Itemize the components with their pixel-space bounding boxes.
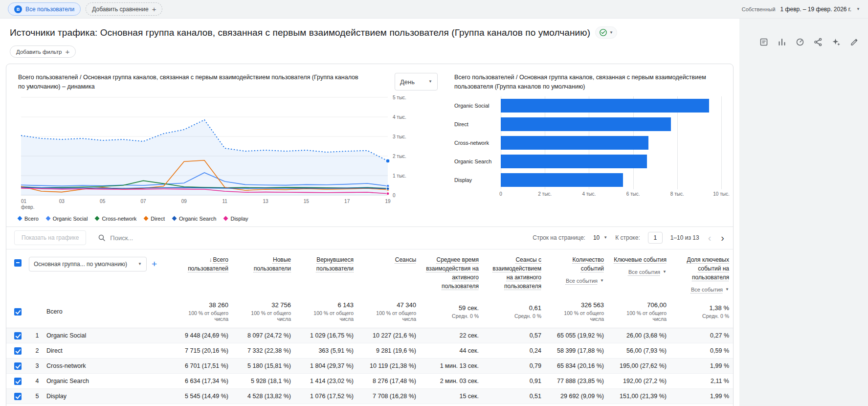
series-marker-icon (45, 216, 50, 221)
table-row[interactable]: 6Paid Search934 (2,44 %)778 (2,38 %)256 … (6, 404, 733, 406)
bar-category-label: Organic Social (454, 96, 501, 115)
table-row[interactable]: 2Direct7 715 (20,16 %)7 332 (22,38 %)363… (6, 343, 733, 359)
speedometer-icon[interactable] (795, 37, 805, 47)
column-header-6[interactable]: Сеансы с взаимодействием на активного по… (483, 255, 545, 291)
legend-label: Organic Social (53, 216, 88, 222)
bar[interactable] (501, 117, 671, 131)
bar[interactable] (501, 173, 623, 187)
metric-cell: 0,24 (483, 347, 545, 354)
events-filter-dropdown[interactable]: Все события▼ (674, 286, 729, 294)
svg-text:19: 19 (385, 199, 391, 204)
table-search[interactable]: Поиск... (98, 234, 133, 242)
bar[interactable] (501, 99, 709, 113)
metric-cell: 0,79 (483, 362, 545, 369)
svg-text:февр.: февр. (21, 204, 34, 210)
report-status-badge[interactable]: ▼ (595, 26, 617, 39)
note-icon[interactable] (759, 37, 769, 47)
legend-item[interactable]: Display (224, 216, 248, 222)
table-row[interactable]: 3Cross-network6 701 (17,51 %)5 180 (15,8… (6, 359, 733, 374)
go-to-row-input[interactable]: 1 (648, 232, 663, 244)
table-row[interactable]: 4Organic Search6 634 (17,34 %)5 928 (18,… (6, 374, 733, 389)
svg-text:03: 03 (59, 199, 65, 204)
column-header-9[interactable]: Доля ключевых событий на пользователяВсе… (670, 255, 733, 294)
row-checkbox[interactable] (14, 378, 22, 385)
row-index: 5 (29, 393, 45, 400)
table-row[interactable]: 5Display5 545 (14,49 %)4 528 (13,82 %)1 … (6, 389, 733, 404)
line-chart-canvas[interactable]: 01 тыс.2 тыс.3 тыс.4 тыс.5 тыс.01февр.03… (18, 91, 424, 212)
legend-item[interactable]: Organic Search (173, 216, 216, 222)
legend-item[interactable]: Всего (18, 216, 39, 222)
share-icon[interactable] (813, 37, 823, 47)
series-marker-icon (172, 216, 177, 221)
rows-per-page-label: Строк на странице: (533, 234, 585, 241)
metric-cell: 1 414 (23,02 %) (295, 378, 357, 384)
legend-item[interactable]: Direct (144, 216, 165, 222)
search-icon (98, 234, 106, 242)
pagination-range: 1–10 из 13 (670, 234, 699, 241)
row-checkbox[interactable] (14, 332, 22, 339)
column-header-1[interactable]: ↓Всего пользователей (170, 255, 232, 273)
bar-category-label: Cross-network (454, 134, 501, 152)
events-filter-dropdown[interactable]: Все события▼ (612, 268, 667, 276)
bar[interactable] (501, 155, 647, 168)
date-range-selector[interactable]: Собственный 1 февр. – 19 февр. 2026 г. ▼ (742, 6, 860, 13)
table-row[interactable]: 1Organic Social9 448 (24,69 %)8 097 (24,… (6, 328, 733, 343)
column-header-7[interactable]: Количество событийВсе события▼ (545, 255, 608, 285)
legend-item[interactable]: Organic Social (46, 216, 88, 222)
metric-cell: 2 мин. 03 сек. (420, 378, 483, 384)
totals-cell: 59 сек.Средн. 0 % (420, 304, 483, 319)
chevron-down-icon: ▼ (725, 288, 729, 292)
metric-cell: 192,00 (27,2 %) (608, 378, 670, 384)
comparison-chips: В Все пользователи Добавить сравнение + (8, 2, 162, 16)
gridline (721, 96, 722, 189)
next-page-button[interactable]: › (720, 233, 725, 243)
bar[interactable] (501, 136, 648, 150)
column-header-3[interactable]: Вернувшиеся пользователи (295, 255, 357, 273)
add-dimension-button[interactable]: + (152, 259, 157, 270)
select-all-checkbox[interactable] (14, 259, 22, 267)
svg-text:2 тыс.: 2 тыс. (393, 153, 406, 158)
dimension-selector[interactable]: Основная группа... по умолчанию) ▼ (29, 257, 147, 271)
page-title: Источники трафика: Основная группа канал… (10, 27, 590, 38)
channel-name: Direct (45, 347, 170, 354)
totals-label: Всего (45, 308, 170, 315)
chevron-down-icon: ▼ (138, 262, 142, 266)
series-marker-icon (144, 216, 149, 221)
edit-icon[interactable] (849, 37, 859, 47)
row-checkbox[interactable] (14, 362, 22, 370)
metric-cell: 1,99 % (670, 362, 733, 369)
add-filter-chip[interactable]: Добавить фильтр + (10, 45, 76, 58)
rows-per-page-select[interactable]: 10 ▼ (593, 234, 607, 241)
legend-item[interactable]: Cross-network (95, 216, 136, 222)
insights-icon[interactable] (831, 37, 841, 47)
column-header-4[interactable]: Сеансы (357, 255, 420, 264)
row-checkbox[interactable] (14, 347, 22, 355)
row-checkbox[interactable] (14, 308, 22, 316)
plot-rows-button[interactable]: Показать на графике (14, 230, 86, 245)
bar-x-axis: 02 тыс.4 тыс.6 тыс.8 тыс.10 тыс. (501, 189, 721, 198)
metric-cell: 5 928 (18,1 %) (232, 378, 295, 384)
row-checkbox[interactable] (14, 393, 22, 400)
events-filter-dropdown[interactable]: Все события▼ (549, 277, 604, 285)
metric-cell: 29 692 (9,09 %) (545, 393, 608, 400)
bar-category-label: Organic Search (454, 152, 501, 171)
bar-chart-icon[interactable] (777, 37, 787, 47)
plus-icon: + (152, 5, 156, 13)
add-comparison-chip[interactable]: Добавить сравнение + (86, 2, 162, 16)
bar-plot-area[interactable] (501, 96, 721, 189)
svg-text:3 тыс.: 3 тыс. (393, 134, 406, 139)
column-header-8[interactable]: Ключевые событияВсе события▼ (608, 255, 670, 276)
check-circle-icon (599, 28, 607, 37)
column-header-5[interactable]: Среднее время взаимодействия на активног… (420, 255, 483, 291)
granularity-select[interactable]: День ▼ (395, 73, 438, 90)
row-index: 4 (29, 378, 45, 384)
prev-page-button[interactable]: ‹ (707, 233, 712, 243)
metric-cell: 1 804 (29,37 %) (295, 362, 357, 369)
legend-label: Всего (24, 216, 39, 222)
metric-cell: 22 сек. (420, 332, 483, 339)
right-rail (739, 19, 868, 406)
all-users-segment-chip[interactable]: В Все пользователи (8, 2, 81, 16)
row-index: 1 (29, 332, 45, 339)
column-header-2[interactable]: Новые пользователи (232, 255, 295, 273)
axis-tick-label: 0 (499, 191, 502, 197)
